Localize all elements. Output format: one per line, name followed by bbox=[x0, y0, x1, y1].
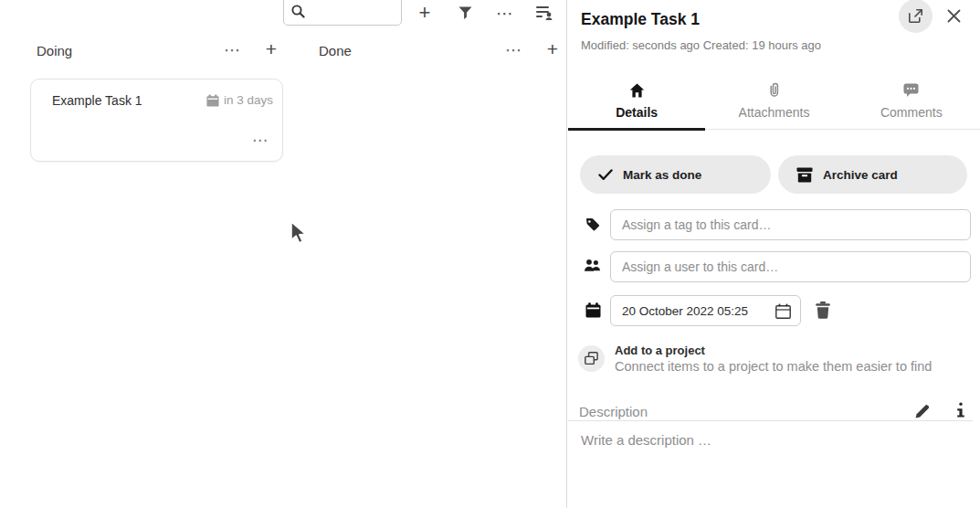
archive-box-icon bbox=[796, 167, 813, 183]
comment-icon bbox=[903, 82, 919, 98]
mark-as-done-button[interactable]: Mark as done bbox=[580, 155, 771, 194]
panel-divider bbox=[566, 0, 567, 508]
external-link-icon bbox=[909, 9, 922, 23]
card-due-label: in 3 days bbox=[224, 93, 273, 107]
tab-attachments-label: Attachments bbox=[739, 105, 810, 120]
column-title-done: Done bbox=[319, 43, 352, 58]
due-date-field[interactable]: 20 October 2022 05:25 bbox=[610, 295, 801, 326]
panel-card-meta: Modified: seconds ago Created: 19 hours … bbox=[581, 38, 821, 52]
add-to-project-subtitle: Connect items to a project to make them … bbox=[615, 359, 932, 374]
home-icon bbox=[629, 82, 645, 98]
tab-comments-label: Comments bbox=[880, 105, 943, 120]
paperclip-icon bbox=[768, 82, 780, 98]
kanban-board: + ⋯ Doing ⋯ + Example Task 1 bbox=[0, 0, 566, 508]
close-icon bbox=[947, 9, 961, 23]
search-icon bbox=[291, 5, 305, 18]
column-done-add-card-button[interactable]: + bbox=[543, 38, 563, 60]
project-stack-icon bbox=[585, 352, 598, 365]
column-doing-add-card-button[interactable]: + bbox=[261, 38, 281, 60]
open-calendar-button[interactable] bbox=[775, 303, 791, 319]
list-person-icon bbox=[536, 5, 553, 20]
checkmark-icon bbox=[598, 169, 613, 181]
app-window: + ⋯ Doing ⋯ + Example Task 1 bbox=[0, 0, 980, 508]
calendar-outline-icon bbox=[775, 303, 791, 319]
description-info-button[interactable] bbox=[955, 402, 966, 418]
column-doing-menu-button[interactable]: ⋯ bbox=[222, 40, 242, 60]
mark-as-done-label: Mark as done bbox=[623, 168, 701, 182]
due-date-icon bbox=[585, 302, 601, 322]
trash-icon bbox=[815, 302, 831, 319]
open-in-window-button[interactable] bbox=[899, 0, 933, 33]
due-date-value: 20 October 2022 05:25 bbox=[622, 304, 775, 318]
add-to-project-button[interactable] bbox=[578, 345, 605, 372]
users-icon bbox=[584, 259, 602, 277]
card-menu-button[interactable]: ⋯ bbox=[252, 131, 268, 150]
tab-details[interactable]: Details bbox=[568, 78, 705, 129]
description-editor[interactable]: Write a description … bbox=[581, 432, 711, 448]
task-card[interactable]: Example Task 1 in 3 days ⋯ bbox=[30, 79, 283, 162]
board-menu-button[interactable]: ⋯ bbox=[493, 0, 517, 26]
column-title-doing: Doing bbox=[37, 43, 72, 58]
filter-funnel-icon bbox=[458, 6, 472, 20]
assign-user-input[interactable] bbox=[610, 251, 971, 282]
description-label: Description bbox=[579, 404, 648, 419]
column-done-menu-button[interactable]: ⋯ bbox=[503, 40, 523, 60]
card-actions: Mark as done Archive card bbox=[580, 155, 967, 194]
archive-card-button[interactable]: Archive card bbox=[778, 155, 967, 194]
tab-comments[interactable]: Comments bbox=[843, 78, 980, 129]
edit-description-button[interactable] bbox=[915, 404, 929, 418]
remove-due-date-button[interactable] bbox=[815, 302, 831, 319]
assignee-filter-button[interactable] bbox=[533, 0, 555, 26]
card-details-panel: Example Task 1 Modified: seconds ago Cre… bbox=[568, 0, 980, 508]
calendar-icon bbox=[206, 94, 219, 107]
tab-attachments[interactable]: Attachments bbox=[705, 78, 842, 129]
card-due-date: in 3 days bbox=[206, 93, 273, 107]
info-icon bbox=[955, 402, 966, 418]
assign-tag-input[interactable] bbox=[610, 209, 971, 240]
description-divider bbox=[568, 420, 973, 421]
panel-tabbar: Details Attachments Comments bbox=[568, 78, 980, 130]
search-box[interactable] bbox=[283, 0, 402, 26]
search-input[interactable] bbox=[310, 1, 397, 21]
add-to-project-title[interactable]: Add to a project bbox=[615, 344, 705, 357]
panel-card-title: Example Task 1 bbox=[581, 10, 700, 29]
filter-button[interactable] bbox=[455, 0, 475, 26]
card-title: Example Task 1 bbox=[52, 93, 142, 108]
close-panel-button[interactable] bbox=[947, 9, 961, 23]
description-header: Description bbox=[579, 402, 969, 421]
tab-details-label: Details bbox=[616, 105, 658, 120]
board-add-list-button[interactable]: + bbox=[413, 0, 437, 26]
pencil-icon bbox=[915, 404, 930, 418]
tag-icon bbox=[585, 217, 600, 236]
archive-card-label: Archive card bbox=[823, 168, 898, 182]
